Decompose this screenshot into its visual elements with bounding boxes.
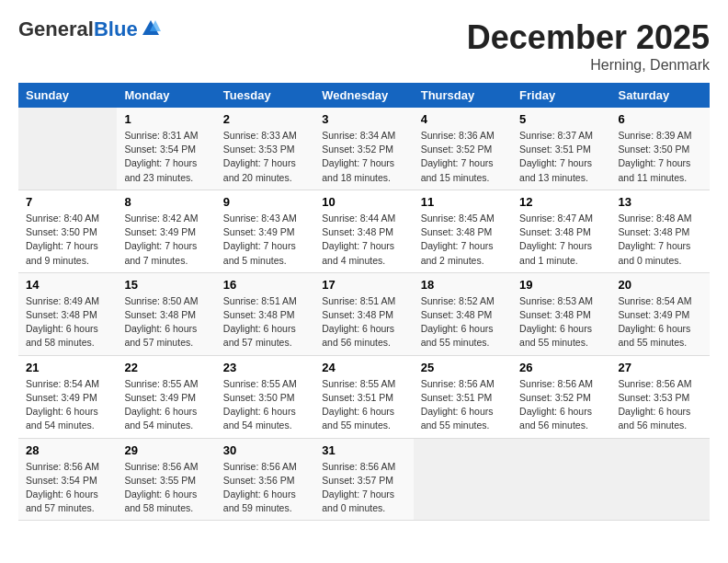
day-info: Sunrise: 8:54 AMSunset: 3:49 PMDaylight:… [26, 377, 109, 433]
calendar-cell: 10Sunrise: 8:44 AMSunset: 3:48 PMDayligh… [314, 190, 413, 272]
day-number: 21 [26, 361, 109, 374]
calendar-cell: 3Sunrise: 8:34 AMSunset: 3:52 PMDaylight… [314, 108, 413, 190]
calendar-cell: 27Sunrise: 8:56 AMSunset: 3:53 PMDayligh… [611, 355, 710, 438]
day-number: 5 [519, 112, 603, 126]
column-header-wednesday: Wednesday [314, 83, 413, 108]
day-number: 19 [519, 278, 603, 292]
calendar-cell: 5Sunrise: 8:37 AMSunset: 3:51 PMDaylight… [512, 108, 610, 190]
day-info: Sunrise: 8:51 AMSunset: 3:48 PMDaylight:… [223, 294, 307, 350]
day-number: 26 [519, 361, 603, 374]
page-header: GeneralBlue December 2025 Herning, Denma… [18, 18, 710, 74]
calendar-cell: 11Sunrise: 8:45 AMSunset: 3:48 PMDayligh… [414, 190, 512, 272]
day-number: 11 [421, 195, 505, 209]
day-info: Sunrise: 8:53 AMSunset: 3:48 PMDaylight:… [519, 294, 603, 350]
logo-blue-text: Blue [94, 17, 138, 40]
calendar-cell: 14Sunrise: 8:49 AMSunset: 3:48 PMDayligh… [18, 272, 117, 355]
calendar-cell: 19Sunrise: 8:53 AMSunset: 3:48 PMDayligh… [512, 272, 610, 355]
day-info: Sunrise: 8:51 AMSunset: 3:48 PMDaylight:… [322, 294, 405, 350]
day-info: Sunrise: 8:49 AMSunset: 3:48 PMDaylight:… [26, 294, 109, 350]
day-number: 13 [619, 195, 702, 209]
calendar-cell: 25Sunrise: 8:56 AMSunset: 3:51 PMDayligh… [414, 355, 512, 438]
logo-icon [141, 18, 161, 39]
calendar-week-row: 1Sunrise: 8:31 AMSunset: 3:54 PMDaylight… [18, 108, 710, 190]
day-info: Sunrise: 8:56 AMSunset: 3:54 PMDaylight:… [26, 460, 109, 516]
day-info: Sunrise: 8:34 AMSunset: 3:52 PMDaylight:… [322, 129, 405, 185]
main-title: December 2025 [467, 18, 710, 57]
calendar-table: SundayMondayTuesdayWednesdayThursdayFrid… [18, 83, 710, 521]
calendar-cell: 7Sunrise: 8:40 AMSunset: 3:50 PMDaylight… [18, 190, 117, 272]
day-number: 30 [223, 443, 307, 457]
calendar-cell: 24Sunrise: 8:55 AMSunset: 3:51 PMDayligh… [314, 355, 413, 438]
column-header-thursday: Thursday [414, 83, 512, 108]
title-block: December 2025 Herning, Denmark [467, 18, 710, 74]
day-number: 1 [124, 112, 208, 126]
calendar-cell [414, 438, 512, 521]
day-info: Sunrise: 8:56 AMSunset: 3:53 PMDaylight:… [619, 377, 702, 433]
day-number: 31 [322, 443, 405, 457]
calendar-cell: 28Sunrise: 8:56 AMSunset: 3:54 PMDayligh… [18, 438, 117, 521]
day-info: Sunrise: 8:55 AMSunset: 3:50 PMDaylight:… [223, 377, 307, 433]
calendar-cell: 15Sunrise: 8:50 AMSunset: 3:48 PMDayligh… [117, 272, 215, 355]
calendar-header-row: SundayMondayTuesdayWednesdayThursdayFrid… [18, 83, 710, 108]
day-number: 4 [421, 112, 505, 126]
calendar-cell: 23Sunrise: 8:55 AMSunset: 3:50 PMDayligh… [216, 355, 314, 438]
calendar-cell: 22Sunrise: 8:55 AMSunset: 3:49 PMDayligh… [117, 355, 215, 438]
day-number: 28 [26, 443, 109, 457]
day-info: Sunrise: 8:33 AMSunset: 3:53 PMDaylight:… [223, 129, 307, 185]
calendar-cell: 2Sunrise: 8:33 AMSunset: 3:53 PMDaylight… [216, 108, 314, 190]
day-number: 22 [124, 361, 208, 374]
day-number: 24 [322, 361, 405, 374]
day-info: Sunrise: 8:31 AMSunset: 3:54 PMDaylight:… [124, 129, 208, 185]
day-number: 3 [322, 112, 405, 126]
column-header-tuesday: Tuesday [216, 83, 314, 108]
calendar-week-row: 7Sunrise: 8:40 AMSunset: 3:50 PMDaylight… [18, 190, 710, 272]
day-info: Sunrise: 8:36 AMSunset: 3:52 PMDaylight:… [421, 129, 505, 185]
calendar-cell: 13Sunrise: 8:48 AMSunset: 3:48 PMDayligh… [611, 190, 710, 272]
calendar-cell [611, 438, 710, 521]
calendar-cell: 12Sunrise: 8:47 AMSunset: 3:48 PMDayligh… [512, 190, 610, 272]
day-info: Sunrise: 8:48 AMSunset: 3:48 PMDaylight:… [619, 212, 702, 268]
calendar-cell: 9Sunrise: 8:43 AMSunset: 3:49 PMDaylight… [216, 190, 314, 272]
day-number: 8 [124, 195, 208, 209]
day-number: 20 [619, 278, 702, 292]
calendar-cell: 21Sunrise: 8:54 AMSunset: 3:49 PMDayligh… [18, 355, 117, 438]
calendar-cell: 29Sunrise: 8:56 AMSunset: 3:55 PMDayligh… [117, 438, 215, 521]
day-info: Sunrise: 8:45 AMSunset: 3:48 PMDaylight:… [421, 212, 505, 268]
day-info: Sunrise: 8:40 AMSunset: 3:50 PMDaylight:… [26, 212, 109, 268]
day-number: 23 [223, 361, 307, 374]
calendar-cell: 20Sunrise: 8:54 AMSunset: 3:49 PMDayligh… [611, 272, 710, 355]
day-info: Sunrise: 8:56 AMSunset: 3:56 PMDaylight:… [223, 460, 307, 516]
day-number: 29 [124, 443, 208, 457]
column-header-monday: Monday [117, 83, 215, 108]
calendar-cell: 4Sunrise: 8:36 AMSunset: 3:52 PMDaylight… [414, 108, 512, 190]
day-number: 7 [26, 195, 109, 209]
day-number: 18 [421, 278, 505, 292]
calendar-cell: 6Sunrise: 8:39 AMSunset: 3:50 PMDaylight… [611, 108, 710, 190]
column-header-saturday: Saturday [611, 83, 710, 108]
day-info: Sunrise: 8:54 AMSunset: 3:49 PMDaylight:… [619, 294, 702, 350]
day-info: Sunrise: 8:50 AMSunset: 3:48 PMDaylight:… [124, 294, 208, 350]
calendar-cell: 16Sunrise: 8:51 AMSunset: 3:48 PMDayligh… [216, 272, 314, 355]
calendar-cell [18, 108, 117, 190]
day-info: Sunrise: 8:56 AMSunset: 3:55 PMDaylight:… [124, 460, 208, 516]
calendar-week-row: 14Sunrise: 8:49 AMSunset: 3:48 PMDayligh… [18, 272, 710, 355]
column-header-friday: Friday [512, 83, 610, 108]
calendar-week-row: 28Sunrise: 8:56 AMSunset: 3:54 PMDayligh… [18, 438, 710, 521]
day-info: Sunrise: 8:37 AMSunset: 3:51 PMDaylight:… [519, 129, 603, 185]
calendar-cell: 26Sunrise: 8:56 AMSunset: 3:52 PMDayligh… [512, 355, 610, 438]
calendar-cell [512, 438, 610, 521]
day-number: 15 [124, 278, 208, 292]
calendar-cell: 1Sunrise: 8:31 AMSunset: 3:54 PMDaylight… [117, 108, 215, 190]
calendar-cell: 18Sunrise: 8:52 AMSunset: 3:48 PMDayligh… [414, 272, 512, 355]
calendar-cell: 31Sunrise: 8:56 AMSunset: 3:57 PMDayligh… [314, 438, 413, 521]
day-info: Sunrise: 8:52 AMSunset: 3:48 PMDaylight:… [421, 294, 505, 350]
day-number: 25 [421, 361, 505, 374]
day-info: Sunrise: 8:47 AMSunset: 3:48 PMDaylight:… [519, 212, 603, 268]
day-number: 17 [322, 278, 405, 292]
day-info: Sunrise: 8:55 AMSunset: 3:51 PMDaylight:… [322, 377, 405, 433]
day-info: Sunrise: 8:44 AMSunset: 3:48 PMDaylight:… [322, 212, 405, 268]
day-number: 6 [619, 112, 702, 126]
day-number: 10 [322, 195, 405, 209]
logo: GeneralBlue [18, 18, 161, 40]
day-info: Sunrise: 8:39 AMSunset: 3:50 PMDaylight:… [619, 129, 702, 185]
